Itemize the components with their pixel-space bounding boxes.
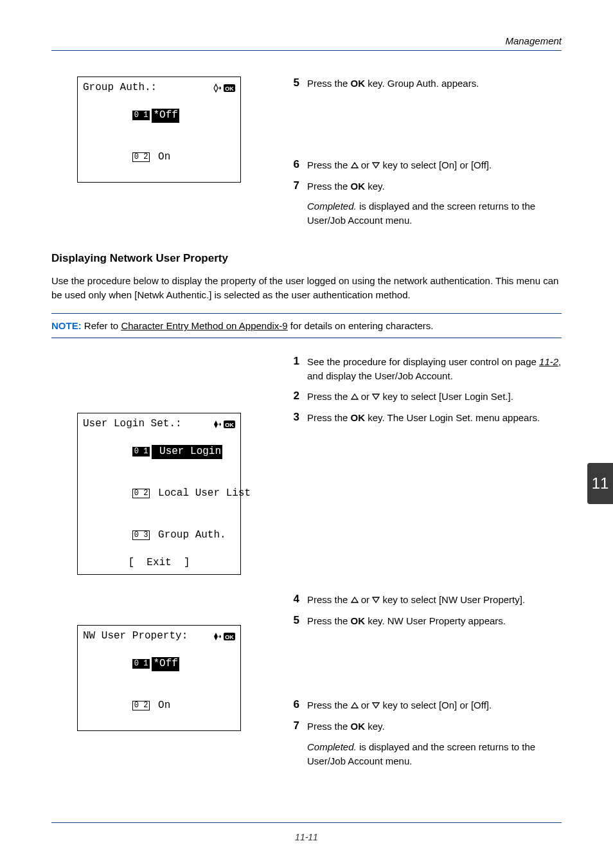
- block-user-login-set: User Login Set.: OK 0 1 User Login 0 2 L…: [51, 355, 562, 575]
- page-number: 11-11: [0, 832, 613, 842]
- step-7b: 7 Press the OK key. Completed. is displa…: [289, 719, 562, 768]
- option-num-01: 0 1: [132, 659, 150, 669]
- triangle-up-icon: [351, 593, 359, 608]
- triangle-down-icon: [372, 699, 380, 713]
- step-number: 6: [289, 158, 307, 173]
- chapter-tab: 11: [587, 463, 613, 504]
- lcd-nw-user-property: NW User Property: OK 0 1*Off 0 2 On: [77, 625, 241, 731]
- step-number: 7: [289, 719, 307, 768]
- option-num-02: 0 2: [132, 152, 150, 162]
- nav-diamond-icon: [211, 84, 221, 93]
- step-number: 1: [289, 355, 307, 383]
- option-num-02: 0 2: [132, 701, 150, 710]
- ok-icon: OK: [224, 633, 235, 640]
- section-heading-nw-user-property: Displaying Network User Property: [51, 252, 562, 265]
- step-2: 2 Press the or key to select [User Login…: [289, 390, 562, 404]
- triangle-down-icon: [372, 159, 380, 173]
- step-number: 2: [289, 390, 307, 404]
- note-block: NOTE: Refer to Character Entry Method on…: [51, 313, 562, 338]
- nav-diamond-icon: [211, 420, 221, 429]
- nav-diamond-icon: [211, 632, 221, 641]
- page-header: Management: [51, 35, 562, 51]
- lcd-user-login-set: User Login Set.: OK 0 1 User Login 0 2 L…: [77, 413, 241, 575]
- step-number: 3: [289, 411, 307, 425]
- option-num-03: 0 3: [132, 530, 150, 540]
- page-ref-link[interactable]: 11-2: [539, 356, 558, 367]
- option-text: On: [152, 151, 170, 163]
- lcd-exit-label: [ Exit ]: [83, 556, 235, 570]
- note-label: NOTE:: [51, 320, 82, 331]
- option-num-01: 0 1: [132, 111, 150, 120]
- svg-text:OK: OK: [225, 422, 234, 428]
- svg-text:OK: OK: [225, 85, 234, 91]
- option-selected: *Off: [152, 109, 179, 123]
- block-nw-user-property: NW User Property: OK 0 1*Off 0 2 On 4: [51, 593, 562, 775]
- option-text: Local User List: [152, 487, 251, 499]
- footer-rule: [51, 822, 562, 823]
- section-intro-paragraph: Use the procedure below to display the p…: [51, 274, 562, 302]
- step-6b: 6 Press the or key to select [On] or [Of…: [289, 698, 562, 713]
- option-num-01: 0 1: [132, 447, 150, 457]
- step-5b: 5 Press the OK key. NW User Property app…: [289, 614, 562, 628]
- step-number: 4: [289, 593, 307, 608]
- step-3: 3 Press the OK key. The User Login Set. …: [289, 411, 562, 425]
- triangle-down-icon: [372, 390, 380, 404]
- triangle-up-icon: [351, 159, 359, 173]
- step-number: 5: [289, 77, 307, 91]
- step-1: 1 See the procedure for displaying user …: [289, 355, 562, 383]
- option-num-02: 0 2: [132, 489, 150, 498]
- option-text: On: [152, 700, 170, 711]
- lcd-title: Group Auth.:: [83, 81, 157, 95]
- option-selected: User Login: [152, 445, 222, 459]
- ok-icon: OK: [224, 84, 235, 92]
- step-number: 7: [289, 179, 307, 228]
- triangle-down-icon: [372, 593, 380, 608]
- triangle-up-icon: [351, 390, 359, 404]
- step-6: 6 Press the or key to select [On] or [Of…: [289, 158, 562, 173]
- step-5: 5 Press the OK key. Group Auth. appears.: [289, 77, 562, 91]
- lcd-title: NW User Property: [83, 630, 182, 642]
- option-selected: *Off: [152, 657, 179, 671]
- svg-text:OK: OK: [225, 633, 234, 640]
- option-text: Group Auth.: [152, 529, 226, 541]
- triangle-up-icon: [351, 699, 359, 713]
- ok-icon: OK: [224, 420, 235, 428]
- header-label: Management: [51, 35, 562, 46]
- lcd-title: User Login Set.:: [83, 417, 182, 431]
- step-4: 4 Press the or key to select [NW User Pr…: [289, 593, 562, 608]
- lcd-group-auth: Group Auth.: OK 0 1*Off 0 2 On: [77, 77, 241, 183]
- note-link[interactable]: Character Entry Method on Appendix-9: [121, 320, 287, 331]
- block-group-auth: Group Auth.: OK 0 1*Off 0 2 On 5 P: [51, 77, 562, 234]
- step-number: 6: [289, 698, 307, 713]
- step-number: 5: [289, 614, 307, 628]
- step-7: 7 Press the OK key. Completed. is displa…: [289, 179, 562, 228]
